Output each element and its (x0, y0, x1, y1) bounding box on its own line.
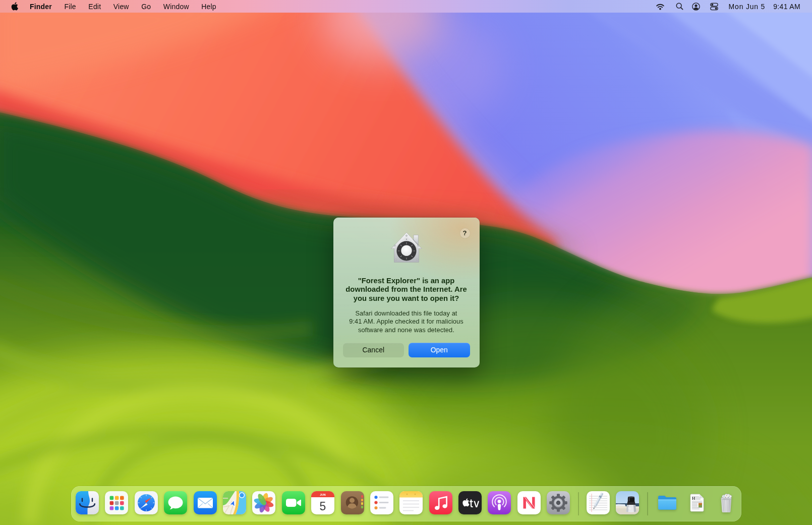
svg-text:5: 5 (320, 499, 326, 512)
svg-text:JUN: JUN (320, 493, 326, 496)
svg-text:H: H (692, 496, 695, 501)
